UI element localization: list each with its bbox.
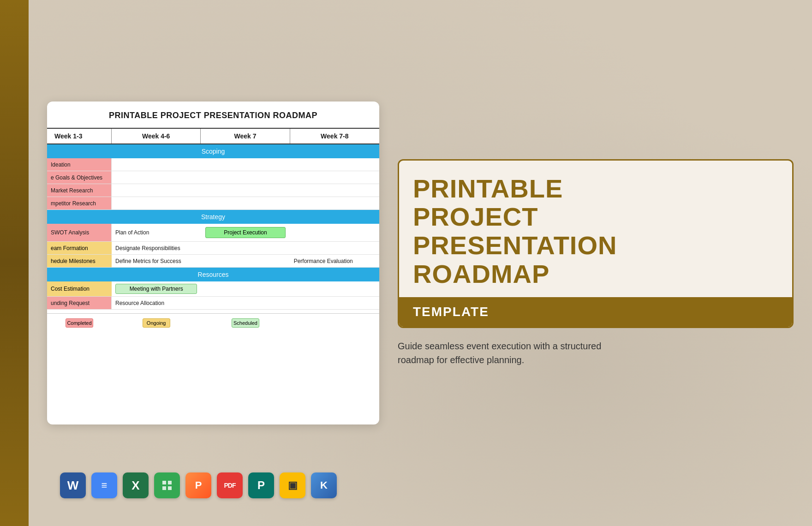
- team-c2: [201, 242, 290, 255]
- strategy-grid: SWOT Analysis Plan of Action Project Exe…: [47, 224, 379, 268]
- app-icons-row: W ≡ X P PDF P ▣ K: [60, 472, 337, 498]
- goals-c3: [290, 171, 379, 184]
- doc-title: PRINTABLE PROJECT PRESENTATION ROADMAP: [47, 111, 379, 120]
- template-label: TEMPLATE: [413, 305, 489, 319]
- cost-label: Cost Estimation: [47, 281, 112, 297]
- main-content: PRINTABLE PROJECT PRESENTATION ROADMAP W…: [29, 0, 812, 526]
- svg-rect-2: [162, 486, 166, 490]
- swot-c1: Plan of Action: [112, 224, 201, 242]
- schedule-label: hedule Milestones: [47, 255, 112, 268]
- ideation-c3: [290, 158, 379, 171]
- roadmap-document: PRINTABLE PROJECT PRESENTATION ROADMAP W…: [47, 102, 379, 424]
- market-c3: [290, 184, 379, 197]
- sheets-icon[interactable]: [154, 472, 180, 498]
- week-header-2: Week 4-6: [112, 129, 201, 143]
- competitor-c3: [290, 197, 379, 210]
- schedule-c2: [201, 255, 290, 268]
- competitor-c2: [201, 197, 290, 210]
- cost-c2: [201, 281, 290, 297]
- ideation-c1: [112, 158, 201, 171]
- pages-icon[interactable]: P: [185, 472, 211, 498]
- team-c1: Designate Responsibilities: [112, 242, 201, 255]
- left-accent-bar: [0, 0, 29, 526]
- goals-c2: [201, 171, 290, 184]
- week-header-4: Week 7-8: [290, 129, 379, 143]
- cost-c1: Meeting with Partners: [112, 281, 201, 297]
- goals-c1: [112, 171, 201, 184]
- title-line2: PROJECT: [413, 202, 538, 231]
- legend-empty: [290, 317, 379, 329]
- legend: Completed Ongoing Scheduled: [47, 313, 379, 329]
- title-line1: PRINTABLE: [413, 174, 563, 203]
- market-c1: [112, 184, 201, 197]
- competitor-label: mpetitor Research: [47, 197, 112, 210]
- word-icon[interactable]: W: [60, 472, 86, 498]
- resources-grid: Cost Estimation Meeting with Partners un…: [47, 281, 379, 310]
- week-header-3: Week 7: [201, 129, 290, 143]
- week-headers: Week 1-3 Week 4-6 Week 7 Week 7-8: [47, 128, 379, 144]
- ideation-c2: [201, 158, 290, 171]
- scoping-grid: Ideation e Goals & Objectives Market Res…: [47, 158, 379, 210]
- slides-icon[interactable]: ▣: [280, 472, 305, 498]
- svg-rect-1: [168, 481, 172, 484]
- schedule-c3: Performance Evaluation: [290, 255, 379, 268]
- section-strategy: Strategy: [47, 210, 379, 224]
- title-text-area: PRINTABLE PROJECT PRESENTATION ROADMAP: [399, 161, 792, 297]
- team-c3: [290, 242, 379, 255]
- cost-c3: [290, 281, 379, 297]
- week-header-1: Week 1-3: [47, 129, 112, 143]
- title-line4: ROADMAP: [413, 259, 549, 288]
- team-label: eam Formation: [47, 242, 112, 255]
- funding-c2: [201, 297, 290, 310]
- market-c2: [201, 184, 290, 197]
- legend-ongoing: Ongoing: [112, 317, 201, 329]
- title-card: PRINTABLE PROJECT PRESENTATION ROADMAP T…: [398, 159, 794, 367]
- description-area: Guide seamless event execution with a st…: [398, 328, 794, 367]
- title-line3: PRESENTATION: [413, 231, 617, 260]
- description-text: Guide seamless event execution with a st…: [398, 339, 619, 367]
- legend-completed: Completed: [47, 317, 112, 329]
- funding-c1: Resource Allocation: [112, 297, 201, 310]
- section-scoping: Scoping: [47, 144, 379, 158]
- title-box: PRINTABLE PROJECT PRESENTATION ROADMAP T…: [398, 159, 794, 328]
- excel-icon[interactable]: X: [123, 472, 149, 498]
- keynote-icon[interactable]: K: [311, 472, 337, 498]
- competitor-c1: [112, 197, 201, 210]
- completed-box: Completed: [66, 318, 93, 328]
- pdf-icon[interactable]: PDF: [217, 472, 243, 498]
- funding-c3: [290, 297, 379, 310]
- legend-scheduled: Scheduled: [201, 317, 290, 329]
- scheduled-box: Scheduled: [232, 318, 259, 328]
- svg-rect-0: [162, 481, 166, 484]
- swot-label: SWOT Analysis: [47, 224, 112, 242]
- svg-rect-3: [168, 486, 172, 490]
- funding-label: unding Request: [47, 297, 112, 310]
- publisher-icon[interactable]: P: [248, 472, 274, 498]
- section-resources: Resources: [47, 268, 379, 281]
- ongoing-box: Ongoing: [143, 318, 170, 328]
- market-label: Market Research: [47, 184, 112, 197]
- goals-label: e Goals & Objectives: [47, 171, 112, 184]
- swot-c3: [290, 224, 379, 242]
- ideation-label: Ideation: [47, 158, 112, 171]
- title-main: PRINTABLE PROJECT PRESENTATION ROADMAP: [413, 174, 778, 288]
- swot-c2: Project Execution: [201, 224, 290, 242]
- schedule-c1: Define Metrics for Success: [112, 255, 201, 268]
- docs-icon[interactable]: ≡: [91, 472, 117, 498]
- template-banner: TEMPLATE: [399, 297, 792, 327]
